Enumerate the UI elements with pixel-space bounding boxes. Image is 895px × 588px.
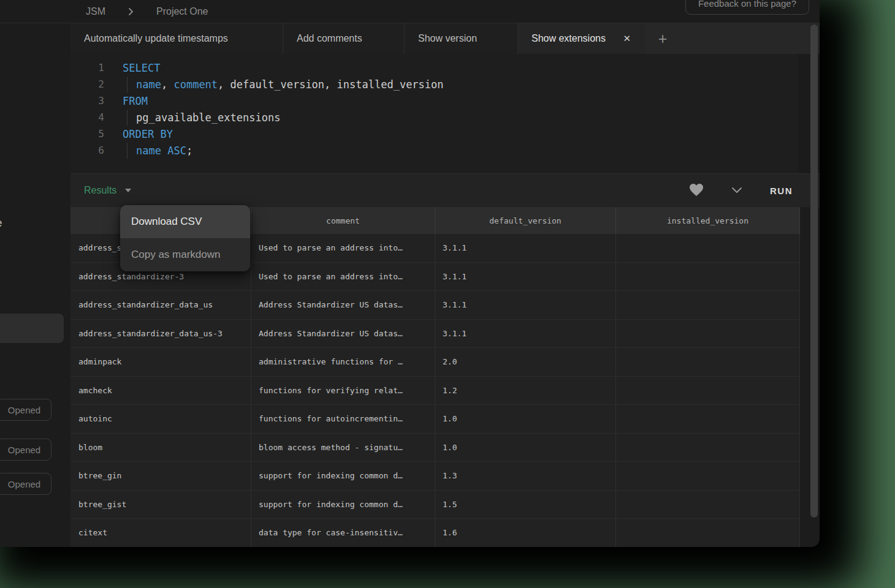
- code-text: name, comment, default_version, installe…: [123, 78, 444, 91]
- cell-installed-version: [616, 234, 800, 262]
- line-number: 3: [70, 95, 104, 107]
- code-line: 5 ORDER BY: [70, 126, 798, 142]
- cell-default-version: 1.0: [435, 434, 616, 462]
- breadcrumb: JSM Project One: [86, 6, 208, 17]
- tab-automatically-update-timestamps[interactable]: Automatically update timestamps: [70, 23, 283, 54]
- chevron-right-icon: [128, 7, 134, 16]
- cell-name: address_standardizer_data_us: [70, 291, 251, 319]
- cell-default-version: 1.6: [435, 519, 616, 547]
- cell-installed-version: [616, 519, 800, 547]
- results-dropdown[interactable]: Results: [84, 185, 131, 196]
- cell-default-version: 3.1.1: [435, 234, 616, 262]
- cell-comment: support for indexing common d…: [251, 462, 435, 490]
- table-row[interactable]: btree_gin support for indexing common d……: [70, 462, 800, 491]
- cell-name: amcheck: [70, 377, 251, 405]
- code-text: SELECT: [123, 62, 160, 74]
- cell-name: adminpack: [70, 348, 251, 376]
- menu-item-copy-as-markdown[interactable]: Copy as markdown: [120, 238, 250, 271]
- cell-name: btree_gin: [70, 462, 251, 490]
- code-line: 4 pg_available_extensions: [70, 109, 798, 126]
- heart-icon: [689, 183, 704, 198]
- results-label: Results: [84, 185, 116, 196]
- code-text: ORDER BY: [123, 128, 173, 140]
- cell-installed-version: [616, 491, 800, 519]
- results-actions: RUN: [689, 183, 793, 198]
- tab-bar: Automatically update timestamps Add comm…: [70, 23, 820, 54]
- cell-default-version: 2.0: [435, 348, 616, 376]
- code-text: name ASC;: [123, 145, 192, 157]
- table-row[interactable]: adminpack administrative functions for ……: [70, 348, 800, 377]
- status-badge[interactable]: Opened: [0, 439, 51, 461]
- column-header-comment[interactable]: comment: [251, 207, 435, 234]
- code-line: 1 SELECT: [70, 59, 798, 76]
- table-row[interactable]: amcheck functions for verifying relat… 1…: [70, 377, 800, 405]
- cell-installed-version: [616, 462, 800, 490]
- tab-add-comments[interactable]: Add comments: [283, 23, 405, 54]
- tab-show-extensions[interactable]: Show extensions ✕: [518, 23, 646, 54]
- new-tab-button[interactable]: +: [646, 23, 680, 54]
- triangle-down-icon: [125, 189, 131, 192]
- feedback-button[interactable]: Feedback on this page?: [685, 0, 809, 15]
- tab-show-version[interactable]: Show version: [405, 23, 518, 54]
- table-row[interactable]: address_standardizer_data_us-3 Address S…: [70, 320, 800, 349]
- table-row[interactable]: btree_gist support for indexing common d…: [70, 491, 800, 519]
- table-row[interactable]: bloom bloom access method - signatu… 1.0: [70, 434, 800, 462]
- code-line: 3 FROM: [70, 92, 798, 109]
- code-text: pg_available_extensions: [123, 111, 280, 124]
- cell-comment: Address Standardizer US datas…: [251, 291, 435, 319]
- line-number: 6: [70, 145, 104, 156]
- cell-installed-version: [616, 348, 800, 376]
- chevron-down-icon: [731, 186, 742, 195]
- status-badge[interactable]: Opened: [0, 473, 51, 495]
- close-tab-icon[interactable]: ✕: [622, 32, 632, 45]
- column-header-installed-version[interactable]: installed_version: [616, 207, 800, 234]
- cell-comment: bloom access method - signatu…: [251, 434, 435, 462]
- cell-default-version: 1.5: [435, 491, 616, 519]
- line-number: 5: [70, 128, 104, 140]
- table-row[interactable]: autoinc functions for autoincrementin… 1…: [70, 405, 800, 434]
- breadcrumb-project[interactable]: Project One: [156, 6, 208, 17]
- run-button[interactable]: RUN: [770, 186, 793, 196]
- cell-installed-version: [616, 263, 800, 291]
- table-row[interactable]: citext data type for case-insensitiv… 1.…: [70, 519, 800, 547]
- cell-name: bloom: [70, 434, 251, 462]
- line-number: 1: [70, 62, 104, 74]
- cell-installed-version: [616, 405, 800, 433]
- cell-installed-version: [616, 291, 800, 319]
- breadcrumb-org[interactable]: JSM: [86, 6, 105, 17]
- table-body: address_standardizer Used to parse an ad…: [70, 234, 820, 547]
- run-options-button[interactable]: [731, 186, 742, 195]
- sql-editor[interactable]: 1 SELECT 2 name, comment, default_versio…: [70, 54, 820, 173]
- sidebar: e Opened Opened Opened: [0, 23, 70, 547]
- cell-installed-version: [616, 434, 800, 462]
- cell-default-version: 1.0: [435, 405, 616, 433]
- cell-name: address_standardizer_data_us-3: [70, 320, 251, 348]
- cell-comment: administrative functions for …: [251, 348, 435, 376]
- cell-installed-version: [616, 320, 800, 348]
- table-row[interactable]: address_standardizer_data_us Address Sta…: [70, 291, 800, 320]
- cell-default-version: 1.2: [435, 377, 616, 405]
- cell-comment: functions for autoincrementin…: [251, 405, 435, 433]
- code-text: FROM: [123, 95, 148, 107]
- cell-comment: support for indexing common d…: [251, 491, 435, 519]
- status-badge[interactable]: Opened: [0, 399, 51, 421]
- cell-default-version: 3.1.1: [435, 320, 616, 348]
- tab-label: Show extensions: [531, 33, 606, 44]
- cell-comment: Used to parse an address into…: [251, 234, 435, 262]
- main-panel: Automatically update timestamps Add comm…: [70, 23, 820, 547]
- menu-item-download-csv[interactable]: Download CSV: [120, 205, 250, 238]
- cell-name: autoinc: [70, 405, 251, 433]
- results-bar: Results RUN: [70, 173, 820, 207]
- code-line: 6 name ASC;: [70, 142, 798, 159]
- favorite-button[interactable]: [689, 183, 704, 198]
- cell-installed-version: [616, 377, 800, 405]
- sidebar-selected-item[interactable]: [0, 314, 64, 343]
- line-number: 2: [70, 78, 104, 90]
- app-body: e Opened Opened Opened Automatically upd…: [0, 23, 820, 547]
- column-header-default-version[interactable]: default_version: [435, 207, 616, 234]
- vertical-scrollbar[interactable]: [810, 24, 818, 518]
- cell-comment: Address Standardizer US datas…: [251, 320, 435, 348]
- cell-default-version: 3.1.1: [435, 263, 616, 291]
- cell-comment: functions for verifying relat…: [251, 377, 435, 405]
- cell-comment: data type for case-insensitiv…: [251, 519, 435, 547]
